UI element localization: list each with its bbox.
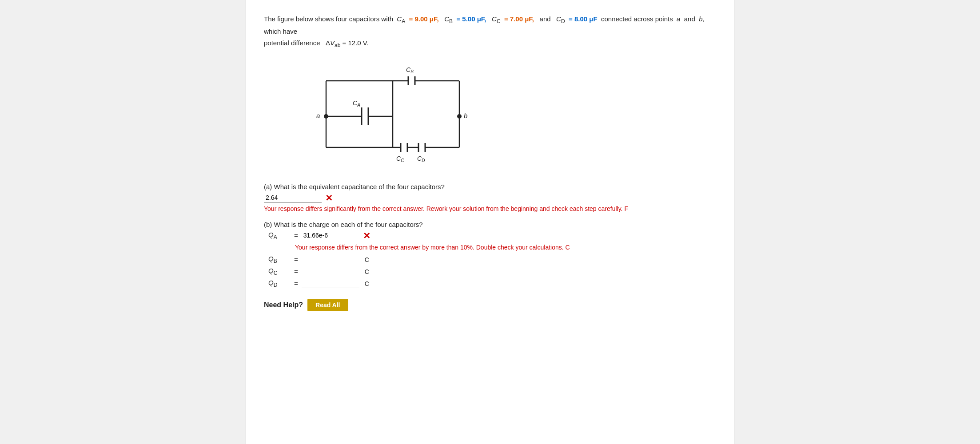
svg-point-22 — [324, 114, 328, 119]
question-b-label: (b) What is the charge on each of the fo… — [264, 221, 716, 228]
QA-wrong-icon: ✕ — [363, 231, 370, 240]
intro-line2: potential difference ΔVab = 12.0 V. — [264, 39, 369, 47]
intro-text2: connected across points — [601, 15, 673, 23]
point-a: a — [677, 15, 680, 23]
question-a-label: (a) What is the equivalent capacitance o… — [264, 183, 716, 190]
QA-label: QA — [268, 231, 291, 240]
QD-eq: = — [294, 280, 298, 287]
CB-label: CB — [444, 15, 453, 23]
circuit-CB-label: CB — [406, 66, 414, 74]
CC-val: = 7.00 μF, — [504, 15, 534, 23]
QC-unit: C — [365, 268, 369, 275]
QB-unit: C — [365, 256, 369, 263]
QB-input[interactable] — [302, 255, 359, 264]
QD-label: QD — [268, 279, 291, 288]
QC-label: QC — [268, 267, 291, 276]
QB-eq: = — [294, 256, 298, 263]
QB-row: QB = C — [268, 255, 716, 264]
circuit-CD-label: CD — [417, 155, 425, 163]
circuit-svg: a b CA CB CC CD — [299, 59, 486, 174]
circuit-diagram: a b CA CB CC CD — [299, 59, 486, 174]
circuit-CA-label: CA — [353, 99, 360, 107]
question-a-answer-row: ✕ — [264, 193, 716, 202]
question-a-wrong-icon: ✕ — [325, 194, 333, 202]
need-help-section: Need Help? Read All — [264, 299, 716, 311]
CD-label: CD — [556, 15, 565, 23]
CD-val: = 8.00 μF — [569, 15, 598, 23]
and-text: and — [540, 15, 551, 23]
QC-row: QC = C — [268, 267, 716, 276]
main-page: The figure below shows four capacitors w… — [246, 0, 734, 444]
question-b-section: (b) What is the charge on each of the fo… — [264, 221, 716, 288]
QA-row: QA = ✕ — [268, 231, 716, 240]
QA-eq: = — [294, 232, 298, 239]
QB-label: QB — [268, 255, 291, 264]
intro-and2: and — [684, 15, 695, 23]
QA-error: Your response differs from the correct a… — [295, 243, 716, 252]
svg-point-23 — [457, 114, 462, 119]
intro-text1: The figure below shows four capacitors w… — [264, 15, 393, 23]
CA-val: = 9.00 μF, — [409, 15, 439, 23]
circuit-CC-label: CC — [396, 155, 404, 163]
QD-unit: C — [365, 280, 369, 287]
read-all-button[interactable]: Read All — [307, 299, 348, 311]
QD-input[interactable] — [302, 279, 359, 288]
CC-label: CC — [492, 15, 501, 23]
circuit-label-a: a — [316, 112, 320, 119]
QD-row: QD = C — [268, 279, 716, 288]
circuit-label-b: b — [464, 112, 467, 119]
CB-val: = 5.00 μF, — [456, 15, 486, 23]
CA-label: CA — [397, 15, 405, 23]
question-a-input[interactable] — [264, 193, 322, 202]
need-help-label: Need Help? — [264, 301, 303, 309]
QC-input[interactable] — [302, 267, 359, 276]
question-a-section: (a) What is the equivalent capacitance o… — [264, 183, 716, 214]
QA-input[interactable] — [302, 231, 359, 240]
QC-eq: = — [294, 268, 298, 275]
intro-paragraph: The figure below shows four capacitors w… — [264, 13, 716, 50]
question-a-error: Your response differs significantly from… — [264, 204, 716, 214]
